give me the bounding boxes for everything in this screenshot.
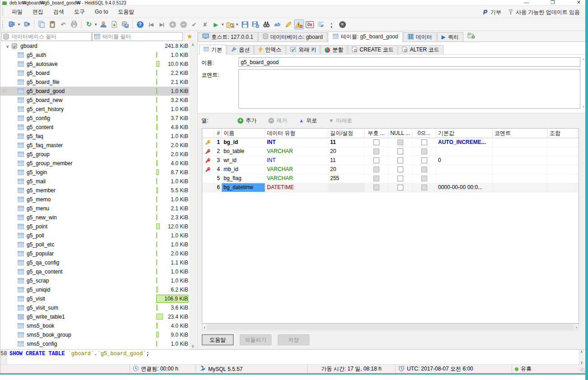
donate-link[interactable]: P 기부 — [483, 9, 501, 16]
table-tree-item[interactable]: g5_group 2.0 KiB — [0, 150, 189, 159]
column-comment-cell[interactable] — [493, 138, 548, 147]
load-sql-dropdown[interactable]: ▾ — [235, 22, 239, 27]
zerofill-checkbox-cell[interactable] — [412, 138, 436, 147]
run-query-dropdown[interactable]: ▾ — [220, 22, 225, 27]
table-tree-item[interactable]: g5_write_table1 23.4 KiB — [0, 312, 189, 321]
table-tree-item[interactable]: sms5_config 1.0 KiB — [0, 339, 189, 348]
column-name-cell[interactable]: bg_flag — [222, 174, 265, 183]
database-filter-input[interactable] — [1, 32, 92, 41]
table-tree-item[interactable]: g5_scrap 1.0 KiB — [0, 276, 189, 285]
table-tree-item[interactable]: g5_board_file 2.1 KiB — [0, 78, 189, 87]
last-record-button[interactable]: ▶| — [157, 19, 167, 29]
zerofill-checkbox-cell[interactable] — [412, 156, 436, 165]
column-comment-cell[interactable] — [493, 183, 548, 192]
first-record-button[interactable]: |◀ — [146, 19, 156, 29]
grid-horizontal-scrollbar[interactable]: ‹ › — [202, 324, 579, 330]
column-type-cell[interactable]: VARCHAR — [265, 165, 328, 174]
warnings-toggle-button[interactable] — [294, 19, 304, 29]
column-comment-cell[interactable] — [493, 156, 548, 165]
table-comment-textarea[interactable] — [238, 69, 580, 109]
table-tree-item[interactable]: g5_auth 1.0 KiB — [0, 51, 189, 60]
remove-column-button[interactable]: − 제거 — [268, 117, 287, 125]
column-comment-cell[interactable] — [493, 147, 548, 156]
unsigned-checkbox-cell[interactable] — [364, 138, 388, 147]
unsigned-checkbox[interactable] — [373, 139, 379, 145]
move-down-button[interactable]: ▼ 아래로 — [329, 117, 352, 125]
column-collation-cell[interactable] — [548, 147, 578, 156]
null-header[interactable]: NULL ... — [388, 129, 412, 138]
unsigned-checkbox[interactable] — [373, 158, 379, 163]
column-length-cell[interactable]: 255 — [328, 174, 364, 183]
export-database-sql-button[interactable] — [109, 19, 119, 29]
column-row[interactable]: 2 bo_table VARCHAR 20 — [202, 147, 579, 156]
insert-record-button[interactable]: + — [168, 19, 177, 29]
column-name-cell[interactable]: bg_datetime — [222, 183, 265, 192]
tab-basic[interactable]: 기본 — [199, 45, 226, 55]
tab-database[interactable]: 데이터베이스: gboard — [258, 32, 327, 42]
post-changes-button[interactable]: ✔ — [189, 19, 199, 29]
edit-clear-button[interactable] — [283, 19, 293, 29]
column-row[interactable]: 3 wr_id INT 11 0 — [202, 156, 579, 165]
move-up-button[interactable]: ▲ 위로 — [299, 117, 317, 125]
chevron-down-icon[interactable]: ∨ — [6, 44, 9, 49]
table-tree-item[interactable]: g5_poll_etc 1.0 KiB — [0, 240, 189, 249]
title-bar[interactable]: deb.kr₩gboard₩g5_board_good₩ - HeidiSQL … — [0, 0, 585, 5]
zerofill-header[interactable]: 0으... — [412, 129, 436, 138]
null-checkbox-cell[interactable] — [388, 165, 412, 174]
column-type-cell[interactable]: VARCHAR — [265, 174, 328, 183]
null-checkbox-cell[interactable] — [388, 174, 412, 183]
tab-create-code[interactable]: CREATE 코드 — [348, 45, 397, 54]
paste-button[interactable] — [47, 19, 57, 29]
unsigned-checkbox[interactable] — [373, 148, 379, 154]
comment-header[interactable]: 코멘트 — [493, 129, 548, 138]
scroll-left-icon[interactable]: ‹ — [204, 324, 205, 330]
zerofill-checkbox[interactable] — [421, 158, 427, 163]
table-tree-item[interactable]: g5_faq_master 2.0 KiB — [0, 141, 189, 150]
table-tree-item[interactable]: g5_login 8.7 KiB — [0, 168, 189, 177]
hex-view-button[interactable]: 0x — [305, 19, 315, 29]
column-length-cell[interactable]: 20 — [328, 165, 364, 174]
unsigned-checkbox-cell[interactable] — [364, 165, 388, 174]
column-length-cell[interactable]: 11 — [328, 138, 364, 147]
table-name-input[interactable] — [238, 57, 580, 67]
name-header[interactable]: 이름 — [222, 129, 265, 138]
zerofill-checkbox[interactable] — [421, 176, 427, 181]
unsigned-checkbox[interactable] — [373, 185, 379, 190]
column-length-cell[interactable]: 20 — [328, 147, 364, 156]
null-checkbox[interactable] — [397, 139, 403, 145]
refresh-dropdown[interactable]: ▾ — [93, 22, 98, 27]
discard-button[interactable]: 되돌리기 — [240, 334, 271, 345]
favorites-filter-button[interactable]: ★ — [184, 32, 196, 41]
tab-query[interactable]: ▶ 쿼리 — [437, 32, 463, 42]
zerofill-checkbox[interactable] — [421, 185, 427, 190]
table-tree-item[interactable]: g5_new_win 2.3 KiB — [0, 213, 189, 222]
zerofill-checkbox[interactable] — [421, 139, 427, 145]
table-tree-item[interactable]: g5_autosave 10.0 KiB — [0, 60, 189, 69]
database-tree-item[interactable]: ∨ gboard 241.8 KiB — [0, 42, 189, 51]
scroll-down-icon[interactable]: ∨ — [191, 343, 195, 349]
scrollbar-thumb[interactable] — [207, 324, 574, 329]
table-tree-item[interactable]: g5_poll 1.0 KiB — [0, 231, 189, 240]
length-header[interactable]: 길이/설정 — [328, 129, 364, 138]
menu-goto[interactable]: Go to — [90, 7, 113, 17]
column-collation-cell[interactable] — [548, 165, 578, 174]
tab-partitions[interactable]: 분할 — [321, 45, 347, 54]
copy-button[interactable] — [37, 19, 47, 29]
column-collation-cell[interactable] — [548, 156, 578, 165]
zerofill-checkbox-cell[interactable] — [412, 165, 436, 174]
table-tree-item[interactable]: g5_qa_content 1.0 KiB — [0, 267, 189, 276]
table-tree-item[interactable]: g5_uniqid 6.2 KiB — [0, 285, 189, 294]
zerofill-checkbox-cell[interactable] — [412, 174, 436, 183]
menu-grip[interactable] — [2, 8, 5, 16]
table-tree-item[interactable]: g5_menu 2.1 KiB — [0, 204, 189, 213]
null-checkbox-cell[interactable] — [388, 183, 412, 192]
table-tree-item[interactable]: g5_member 5.5 KiB — [0, 186, 189, 195]
null-checkbox[interactable] — [397, 176, 403, 181]
table-tree-item[interactable]: g5_cert_history 1.0 KiB — [0, 105, 189, 114]
menu-help[interactable]: 도움말 — [113, 6, 139, 18]
update-available-link[interactable]: 사용 가능한 업데이트 있음 — [508, 9, 580, 16]
column-comment-cell[interactable] — [493, 174, 548, 183]
tree-scrollbar[interactable]: ∧ ∨ — [189, 42, 196, 349]
help-button[interactable]: 도움말 — [202, 334, 233, 345]
table-tree-item[interactable]: g5_board 2.2 KiB — [0, 69, 189, 78]
